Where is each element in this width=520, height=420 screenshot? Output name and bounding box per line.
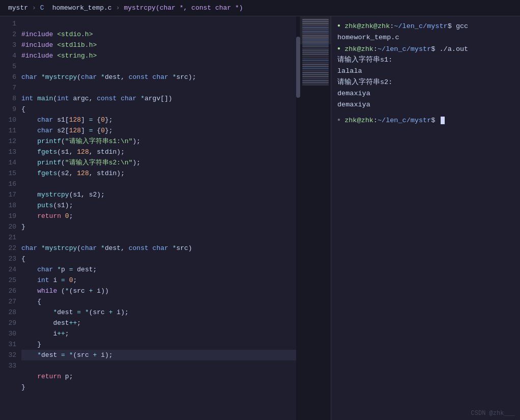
terminal-user-2: zhk@zhk xyxy=(344,45,373,52)
terminal-line-gcc: ● zhk@zhk@zhk:~/len_c/mystr$ gcc homewor… xyxy=(337,20,514,43)
breadcrumb-c: C xyxy=(40,4,44,12)
minimap-highlight xyxy=(300,16,331,44)
breadcrumb-mystr: mystr xyxy=(8,4,28,12)
minimap[interactable] xyxy=(300,16,331,420)
code-editor[interactable]: 12345 678910 1112131415 1617181920 21222… xyxy=(0,16,300,420)
terminal-output: demaxiya xyxy=(337,99,514,110)
breadcrumb: mystr › C homework_temp.c › mystrcpy(cha… xyxy=(0,0,251,16)
terminal-cmd-2: $ ./a.out xyxy=(431,45,468,52)
scrollbar-track[interactable] xyxy=(296,16,300,420)
scrollbar-thumb[interactable] xyxy=(296,37,300,98)
breadcrumb-function: mystrcpy(char *, const char *) xyxy=(124,4,243,12)
terminal-line-final: ● zhk@zhk:~/len_c/mystr$ xyxy=(337,115,514,126)
main-container: 12345 678910 1112131415 1617181920 21222… xyxy=(0,16,520,420)
terminal-input2-text: demaxiya xyxy=(337,90,370,97)
breadcrumb-arrow3: › xyxy=(116,4,120,12)
terminal-prompt1-text: 请输入字符串s1: xyxy=(337,56,392,64)
terminal-input2: demaxiya xyxy=(337,88,514,99)
terminal-path-2: ~/len_c/mystr xyxy=(378,45,431,52)
terminal-user-1: zhk@zhk xyxy=(344,22,373,30)
line-numbers: 12345 678910 1112131415 1617181920 21222… xyxy=(0,16,21,420)
terminal-host-1: @zhk xyxy=(373,22,390,30)
terminal-user-3: zhk@zhk xyxy=(344,117,373,124)
breadcrumb-arrow1: › xyxy=(32,4,36,12)
terminal-colon-2: : xyxy=(373,45,378,52)
terminal-input1: lalala xyxy=(337,66,514,77)
terminal-prompt-3: $ xyxy=(431,117,435,124)
terminal-prompt2: 请输入字符串s2: xyxy=(337,77,514,88)
tab-bar: mystr › C homework_temp.c › mystrcpy(cha… xyxy=(0,0,520,16)
bullet-green-2: ● xyxy=(337,46,340,51)
terminal-prompt2-text: 请输入字符串s2: xyxy=(337,78,392,86)
terminal-panel[interactable]: ● zhk@zhk@zhk:~/len_c/mystr$ gcc homewor… xyxy=(331,16,520,420)
code-text: #include <stdio.h> #include <stdlib.h> #… xyxy=(21,16,296,420)
terminal-prompt1: 请输入字符串s1: xyxy=(337,54,514,66)
bullet-green-1: ● xyxy=(337,23,340,29)
terminal-path-3: ~/len_c/mystr xyxy=(378,117,431,124)
terminal-input1-text: lalala xyxy=(337,67,362,75)
breadcrumb-filename: homework_temp.c xyxy=(52,4,112,12)
cursor xyxy=(441,117,445,124)
watermark: CSDN @zhk___ xyxy=(471,410,515,417)
terminal-line-run: ● zhk@zhk:~/len_c/mystr$ ./a.out xyxy=(337,43,514,55)
terminal-output-text: demaxiya xyxy=(337,101,370,108)
bullet-gray-3: ● xyxy=(337,117,340,123)
terminal-path-1: ~/len_c/mystr xyxy=(394,22,447,30)
code-panel[interactable]: 12345 678910 1112131415 1617181920 21222… xyxy=(0,16,300,420)
terminal-colon-3: : xyxy=(373,117,378,124)
